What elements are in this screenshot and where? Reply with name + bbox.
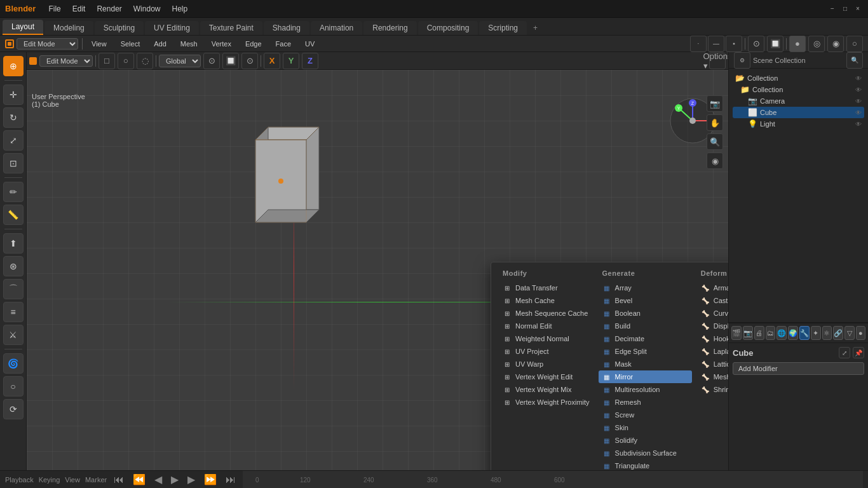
x-axis[interactable]: X: [264, 53, 280, 69]
prop-physics-icon[interactable]: ⚛: [822, 326, 832, 340]
viewport-shading-solid[interactable]: ●: [789, 36, 806, 52]
mod-multiresolution[interactable]: ▦ Multiresolution: [599, 383, 692, 396]
tab-scripting[interactable]: Scripting: [479, 21, 527, 35]
subh-vertex[interactable]: Vertex: [207, 39, 236, 49]
mod-mesh-sequence-cache[interactable]: ⊞ Mesh Sequence Cache: [499, 307, 593, 320]
maximize-button[interactable]: □: [840, 4, 850, 14]
proportional-edit2[interactable]: ⊙: [241, 53, 258, 69]
outliner-scene-collection[interactable]: 📂 Collection 👁: [733, 72, 864, 84]
mod-edge-split[interactable]: ▦ Edge Split: [599, 345, 692, 358]
mod-build[interactable]: ▦ Build: [599, 320, 692, 332]
timeline-view-label[interactable]: View: [65, 476, 80, 484]
hand-pan-icon[interactable]: ✋: [707, 114, 723, 131]
edge-select-mode[interactable]: —: [708, 36, 724, 52]
subh-add[interactable]: Add: [149, 39, 172, 49]
mod-laplacian-deform[interactable]: 🦴 Laplacian Deform: [697, 345, 728, 358]
viewport[interactable]: Edit Mode □ ○ ◌ Global ⊙ 🔲 ⊙ X Y Z Optio…: [27, 52, 728, 470]
mod-mask[interactable]: ▦ Mask: [599, 358, 692, 370]
subh-select[interactable]: Select: [116, 39, 146, 49]
shrink-tool[interactable]: ⟳: [3, 399, 24, 419]
mod-vertex-weight-mix[interactable]: ⊞ Vertex Weight Mix: [499, 383, 593, 396]
mod-decimate[interactable]: ▦ Decimate: [599, 332, 692, 345]
mod-normal-edit[interactable]: ⊞ Normal Edit: [499, 320, 593, 332]
mod-vertex-weight-proximity[interactable]: ⊞ Vertex Weight Proximity: [499, 396, 593, 409]
loopcut-tool[interactable]: ≡: [3, 302, 24, 322]
move-tool[interactable]: ✛: [3, 85, 24, 105]
mod-boolean[interactable]: ▦ Boolean: [599, 307, 692, 320]
header-mode-select[interactable]: Edit Mode: [39, 55, 93, 67]
mod-vertex-weight-edit[interactable]: ⊞ Vertex Weight Edit: [499, 370, 593, 383]
prop-particles-icon[interactable]: ✦: [811, 326, 821, 340]
marker-label[interactable]: Marker: [85, 476, 107, 484]
jump-start-btn[interactable]: ⏮: [112, 474, 126, 485]
mod-weighted-normal[interactable]: ⊞ Weighted Normal: [499, 332, 593, 345]
extrude-tool[interactable]: ⬆: [3, 233, 24, 254]
prop-view-layer-icon[interactable]: 🗂: [766, 326, 776, 340]
cursor-tool[interactable]: ⊕: [3, 56, 24, 76]
mod-screw[interactable]: ▦ Screw: [599, 409, 692, 421]
transform-tool[interactable]: ⊡: [3, 153, 24, 173]
mod-uv-project[interactable]: ⊞ UV Project: [499, 345, 593, 358]
subh-uv[interactable]: UV: [300, 39, 320, 49]
mod-cast[interactable]: 🦴 Cast: [697, 294, 728, 307]
next-keyframe-btn[interactable]: ▶: [186, 473, 197, 485]
mod-array[interactable]: ▦ Array: [599, 281, 692, 294]
mod-bevel[interactable]: ▦ Bevel: [599, 294, 692, 307]
mod-remesh[interactable]: ▦ Remesh: [599, 396, 692, 409]
tab-uv-editing[interactable]: UV Editing: [145, 21, 199, 35]
play-btn[interactable]: ▶: [169, 473, 180, 485]
subh-edge[interactable]: Edge: [240, 39, 267, 49]
zoom-icon[interactable]: 🔍: [707, 133, 723, 150]
mod-curve[interactable]: 🦴 Curve: [697, 307, 728, 320]
mod-displace[interactable]: 🦴 Displace: [697, 320, 728, 332]
spin-tool[interactable]: 🌀: [3, 353, 24, 374]
prop-pin-icon[interactable]: 📌: [853, 347, 864, 358]
viewport-shading-wire[interactable]: ○: [846, 36, 863, 52]
mod-armature[interactable]: 🦴 Armature: [697, 281, 728, 294]
mod-mesh-cache[interactable]: ⊞ Mesh Cache: [499, 294, 593, 307]
jump-end-btn[interactable]: ⏭: [224, 474, 238, 485]
y-axis[interactable]: Y: [283, 53, 299, 69]
options-button[interactable]: Options ▾: [709, 53, 726, 69]
tab-shading[interactable]: Shading: [264, 21, 309, 35]
snapping[interactable]: 🔲: [222, 53, 239, 69]
viewport-shading-material[interactable]: ◎: [808, 36, 825, 52]
subh-mesh[interactable]: Mesh: [175, 39, 203, 49]
menu-edit[interactable]: Edit: [67, 3, 91, 15]
subh-view[interactable]: View: [86, 39, 112, 49]
tab-sculpting[interactable]: Sculpting: [95, 21, 144, 35]
scale-tool[interactable]: ⤢: [3, 130, 24, 151]
add-modifier-button[interactable]: Add Modifier: [733, 362, 864, 375]
prev-frame-btn[interactable]: ⏪: [131, 473, 147, 485]
vertex-select-mode[interactable]: ·: [690, 36, 707, 52]
tab-rendering[interactable]: Rendering: [363, 21, 416, 35]
inset-tool[interactable]: ⊛: [3, 256, 24, 276]
menu-window[interactable]: Window: [128, 3, 166, 15]
outliner-collection[interactable]: 📁 Collection 👁: [733, 84, 864, 95]
outliner-camera[interactable]: 📷 Camera 👁: [733, 95, 864, 107]
mod-solidify[interactable]: ▦ Solidify: [599, 434, 692, 447]
mod-mesh-deform[interactable]: 🦴 Mesh Deform: [697, 370, 728, 383]
outliner-filter[interactable]: ⚙: [734, 52, 750, 69]
tab-animation[interactable]: Animation: [311, 21, 362, 35]
measure-tool[interactable]: 📏: [3, 205, 24, 225]
prop-modifier-icon[interactable]: 🔧: [799, 326, 810, 340]
viewport-shading-render[interactable]: ◉: [827, 36, 844, 52]
prop-expand-icon[interactable]: ⤢: [839, 347, 850, 358]
proportional-edit[interactable]: ⊙: [748, 36, 764, 52]
menu-render[interactable]: Render: [92, 3, 126, 15]
mod-skin[interactable]: ▦ Skin: [599, 421, 692, 434]
smooth-tool[interactable]: ○: [3, 376, 24, 396]
prop-material-icon[interactable]: ●: [856, 326, 866, 340]
timeline-ruler[interactable]: 0 120 240 360 480 600: [243, 471, 863, 488]
edit-mode-select[interactable]: Edit Mode Object Mode: [17, 38, 78, 50]
keying-label[interactable]: Keying: [39, 476, 60, 484]
select-tool-circle[interactable]: ○: [118, 53, 134, 69]
prop-scene-props-icon[interactable]: 🌐: [776, 326, 787, 340]
mod-uv-warp[interactable]: ⊞ UV Warp: [499, 358, 593, 370]
snap-button[interactable]: 🔲: [767, 36, 783, 52]
knife-tool[interactable]: ⚔: [3, 325, 24, 345]
outliner-cube[interactable]: ⬜ Cube 👁: [733, 107, 864, 118]
mod-data-transfer[interactable]: ⊞ Data Transfer: [499, 281, 593, 294]
menu-help[interactable]: Help: [166, 3, 193, 15]
